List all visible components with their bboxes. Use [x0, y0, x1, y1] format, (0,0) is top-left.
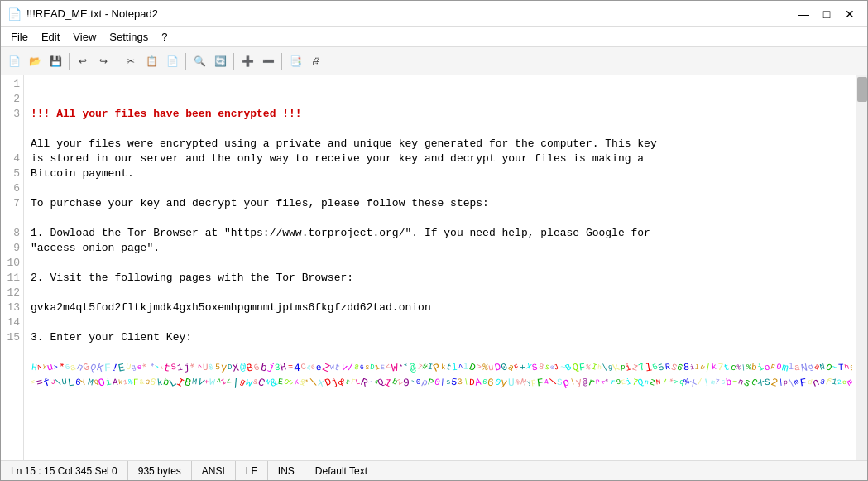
editor-wrapper: 1 2 3 4 5 6 7 8 9 10 11 12 13 14 15	[1, 75, 856, 460]
toolbar-sep-4	[233, 53, 234, 70]
main-window: 📄 !!!READ_ME.txt - Notepad2 — □ ✕ File E…	[0, 0, 868, 481]
status-encoding: ANSI	[192, 461, 236, 480]
maximize-button[interactable]: □	[816, 6, 837, 22]
toolbar-extra1[interactable]: 📑	[285, 51, 305, 71]
text-line: !!! All your files have been encrypted !…	[31, 107, 852, 122]
text-line: is stored in our server and the only way…	[31, 152, 852, 166]
text-line	[31, 181, 852, 196]
ln-13: 12	[1, 286, 20, 301]
ln-2: 2	[1, 92, 20, 107]
toolbar-find[interactable]: 🔍	[189, 51, 209, 71]
content-area: 1 2 3 4 5 6 7 8 9 10 11 12 13 14 15	[1, 75, 867, 460]
window-title: !!!READ_ME.txt - Notepad2	[26, 7, 158, 20]
text-line	[31, 345, 852, 360]
status-lineending: LF	[236, 461, 268, 480]
toolbar-save[interactable]: 💾	[46, 51, 65, 71]
toolbar: 📄 📂 💾 ↩ ↪ ✂ 📋 📄 🔍 🔄 ➕ ➖ 📑 🖨	[1, 47, 867, 75]
menu-settings[interactable]: Settings	[103, 29, 155, 45]
toolbar-zoomin[interactable]: ➕	[237, 51, 257, 71]
text-line	[31, 315, 852, 330]
line-numbers: 1 2 3 4 5 6 7 8 9 10 11 12 13 14 15	[1, 75, 24, 460]
ln-10: 9	[1, 241, 20, 256]
scrollbar-thumb[interactable]	[857, 77, 867, 102]
menu-view[interactable]: View	[66, 29, 103, 45]
toolbar-sep-5	[281, 53, 282, 70]
text-line	[31, 211, 852, 226]
ln-1: 1	[1, 77, 20, 92]
toolbar-redo[interactable]: ↪	[94, 51, 113, 71]
text-line: To purchase your key and decrypt your fi…	[31, 196, 852, 211]
text-line: All your files were encrypted using a pr…	[31, 137, 852, 152]
status-mode: INS	[268, 461, 305, 480]
ln-12: 11	[1, 271, 20, 286]
ln-8b	[1, 211, 20, 226]
ln-9: 8	[1, 226, 20, 241]
app-icon: 📄	[7, 7, 22, 21]
ln-7: 6	[1, 181, 20, 196]
ln-3: 3	[1, 107, 20, 122]
ln-15: 14	[1, 315, 20, 330]
key-line: HAYu>*6anGQKF!EUge**>!tS1j*^U&5yDX@86bj3…	[31, 360, 852, 375]
text-line: 1. Dowload the Tor Browser at "https://w…	[31, 226, 852, 241]
toolbar-open[interactable]: 📂	[25, 51, 45, 71]
ln-11: 10	[1, 256, 20, 271]
status-size: 935 bytes	[128, 461, 192, 480]
minimize-button[interactable]: —	[793, 6, 814, 22]
key-line: ==fJ\UL6YMQOiAk1%F&36kbLIBMV+W^I<|gw&CN&…	[31, 375, 852, 390]
close-button[interactable]: ✕	[839, 6, 861, 22]
toolbar-sep-3	[185, 53, 186, 70]
title-bar-left: 📄 !!!READ_ME.txt - Notepad2	[7, 7, 158, 21]
window-controls: — □ ✕	[793, 6, 861, 22]
text-line	[31, 256, 852, 271]
ln-4b	[1, 137, 20, 152]
text-line: Bitcoin payment.	[31, 166, 852, 181]
toolbar-new[interactable]: 📄	[4, 51, 24, 71]
status-bar: Ln 15 : 15 Col 345 Sel 0 935 bytes ANSI …	[1, 460, 867, 480]
text-line	[31, 286, 852, 301]
text-line: 3. Enter your Client Key:	[31, 330, 852, 345]
status-position: Ln 15 : 15 Col 345 Sel 0	[7, 461, 128, 480]
toolbar-replace[interactable]: 🔄	[210, 51, 230, 71]
ln-5: 4	[1, 152, 20, 166]
toolbar-paste[interactable]: 📄	[162, 51, 182, 71]
menu-help[interactable]: ?	[155, 29, 174, 45]
text-line: gvka2m4qt5fod2fltkjmdk4gxh5oxemhpgmnmtjp…	[31, 301, 852, 315]
text-editor[interactable]: !!! All your files have been encrypted !…	[27, 75, 856, 460]
ln-8: 7	[1, 196, 20, 211]
text-line: 2. Visit the following pages with the To…	[31, 271, 852, 286]
toolbar-sep-1	[69, 53, 70, 70]
toolbar-cut[interactable]: ✂	[121, 51, 141, 71]
toolbar-sep-2	[117, 53, 117, 70]
toolbar-undo[interactable]: ↩	[73, 51, 93, 71]
ln-6: 5	[1, 166, 20, 181]
text-line	[31, 122, 852, 137]
ln-4	[1, 122, 20, 137]
toolbar-copy[interactable]: 📋	[141, 51, 161, 71]
menu-file[interactable]: File	[4, 29, 35, 45]
text-line: "access onion page".	[31, 241, 852, 256]
scrollbar-vertical[interactable]	[856, 75, 867, 460]
toolbar-zoomout[interactable]: ➖	[258, 51, 278, 71]
menu-edit[interactable]: Edit	[35, 29, 66, 45]
title-bar: 📄 !!!READ_ME.txt - Notepad2 — □ ✕	[1, 1, 867, 27]
ln-16: 15	[1, 330, 20, 345]
menu-bar: File Edit View Settings ?	[1, 27, 867, 47]
status-scheme: Default Text	[305, 461, 377, 480]
ln-14: 13	[1, 301, 20, 315]
toolbar-extra2[interactable]: 🖨	[306, 51, 326, 71]
